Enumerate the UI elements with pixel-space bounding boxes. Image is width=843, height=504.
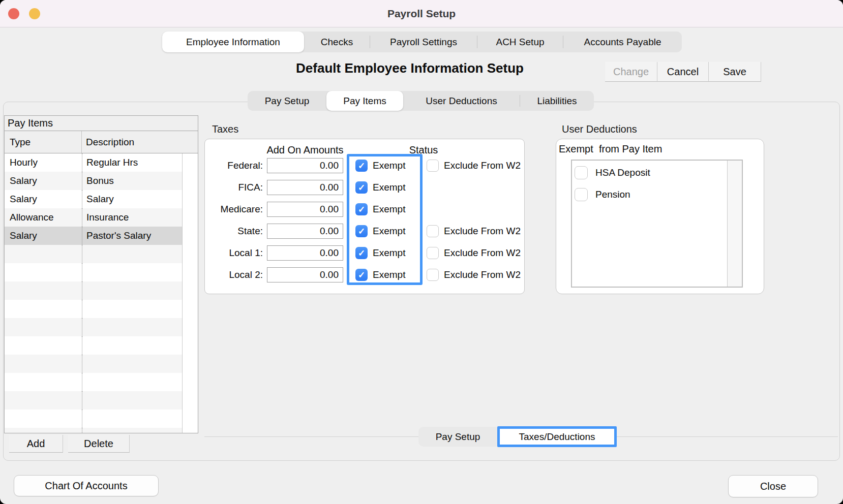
pay-items-header: Type Description xyxy=(5,131,198,153)
tab-pay-setup[interactable]: Pay Setup xyxy=(248,91,326,111)
local1-exempt-checkbox[interactable]: ✓ xyxy=(355,247,368,259)
exempt-label: Exempt xyxy=(373,158,405,174)
tab-payroll-settings[interactable]: Payroll Settings xyxy=(370,32,477,52)
column-header-description[interactable]: Description xyxy=(82,131,198,153)
local2-exclude-w2-checkbox[interactable] xyxy=(427,269,439,281)
exclude-w2-label: Exclude From W2 xyxy=(444,158,521,174)
exclude-w2-label: Exclude From W2 xyxy=(444,245,521,261)
local1-amount-input[interactable] xyxy=(267,245,343,261)
main-tab-bar: Employee Information Checks Payroll Sett… xyxy=(162,32,682,52)
exempt-from-pay-item-label: Exempt from Pay Item xyxy=(559,143,662,155)
tab-user-deductions[interactable]: User Deductions xyxy=(403,91,520,111)
table-row[interactable]: Salary Salary xyxy=(5,190,182,208)
cancel-button[interactable]: Cancel xyxy=(657,62,709,82)
fica-exempt-checkbox[interactable]: ✓ xyxy=(355,181,368,194)
add-button[interactable]: Add xyxy=(9,435,63,453)
tax-row-label: FICA: xyxy=(205,179,263,196)
checkmark-icon: ✓ xyxy=(358,182,365,193)
pay-items-buttons: Add Delete xyxy=(9,435,130,453)
local2-exempt-checkbox[interactable]: ✓ xyxy=(355,269,368,281)
table-row-empty xyxy=(5,355,182,373)
federal-amount-input[interactable] xyxy=(267,158,343,173)
close-button[interactable]: Close xyxy=(728,475,818,497)
cell-description: Bonus xyxy=(82,172,182,190)
cell-description: Regular Hrs xyxy=(82,153,182,172)
table-row-selected[interactable]: Salary Pastor's Salary xyxy=(5,227,182,245)
user-deductions-section-label: User Deductions xyxy=(562,123,637,135)
minimize-window-icon[interactable] xyxy=(29,8,40,19)
scrollbar-track[interactable] xyxy=(182,153,198,433)
state-exclude-w2-checkbox[interactable] xyxy=(427,225,439,237)
table-row-empty xyxy=(5,410,182,428)
deduction-item-label: HSA Deposit xyxy=(595,166,650,179)
save-button[interactable]: Save xyxy=(709,62,761,82)
pension-checkbox[interactable] xyxy=(575,188,588,201)
table-row-empty xyxy=(5,263,182,281)
state-exempt-checkbox[interactable]: ✓ xyxy=(355,225,368,237)
exempt-label: Exempt xyxy=(373,223,405,239)
medicare-exempt-checkbox[interactable]: ✓ xyxy=(355,203,368,215)
table-row-empty xyxy=(5,245,182,263)
hsa-deposit-checkbox[interactable] xyxy=(575,166,588,179)
tab-liabilities[interactable]: Liabilities xyxy=(520,91,594,111)
exempt-label: Exempt xyxy=(373,201,405,217)
cell-description: Insurance xyxy=(82,208,182,227)
exempt-label: Exempt xyxy=(373,267,405,283)
header-buttons: Change Cancel Save xyxy=(605,62,761,82)
local1-exclude-w2-checkbox[interactable] xyxy=(427,247,439,259)
checkmark-icon: ✓ xyxy=(358,248,365,259)
checkmark-icon: ✓ xyxy=(358,161,365,171)
page-title: Default Employee Information Setup xyxy=(206,60,613,76)
delete-button[interactable]: Delete xyxy=(68,435,130,453)
table-row-empty xyxy=(5,391,182,410)
scrollbar-track[interactable] xyxy=(727,161,742,287)
cell-description: Pastor's Salary xyxy=(82,227,182,245)
fica-amount-input[interactable] xyxy=(267,180,343,195)
tab-checks[interactable]: Checks xyxy=(304,32,370,52)
checkmark-icon: ✓ xyxy=(358,270,365,280)
title-bar: Payroll Setup xyxy=(0,0,843,27)
cell-type: Salary xyxy=(5,172,82,190)
table-row-empty xyxy=(5,373,182,391)
close-window-icon[interactable] xyxy=(8,8,19,19)
cell-type: Allowance xyxy=(5,208,82,227)
exclude-w2-label: Exclude From W2 xyxy=(444,223,521,239)
taxes-panel: Add On Amounts Status Federal: ✓ Exempt … xyxy=(204,139,525,294)
bottom-tab-taxes-deductions[interactable]: Taxes/Deductions xyxy=(497,426,617,447)
tax-row-label: Federal: xyxy=(205,158,263,174)
cell-type: Hourly xyxy=(5,153,82,172)
taxes-section-label: Taxes xyxy=(212,123,238,135)
add-on-amounts-header: Add On Amounts xyxy=(247,144,364,156)
change-button[interactable]: Change xyxy=(605,62,657,82)
local2-amount-input[interactable] xyxy=(267,267,343,282)
federal-exempt-checkbox[interactable]: ✓ xyxy=(355,160,368,172)
federal-exclude-w2-checkbox[interactable] xyxy=(427,160,439,172)
tab-pay-items[interactable]: Pay Items xyxy=(326,91,403,111)
table-row-empty xyxy=(5,281,182,300)
table-row-empty xyxy=(5,428,182,433)
deduction-item-label: Pension xyxy=(595,188,630,201)
table-row[interactable]: Allowance Insurance xyxy=(5,208,182,227)
table-row[interactable]: Salary Bonus xyxy=(5,172,182,190)
tax-row-label: Local 2: xyxy=(205,267,263,283)
medicare-amount-input[interactable] xyxy=(267,202,343,217)
exempt-label: Exempt xyxy=(373,179,405,196)
table-row[interactable]: Hourly Regular Hrs xyxy=(5,153,182,172)
table-row-empty xyxy=(5,336,182,355)
table-row-empty xyxy=(5,300,182,318)
bottom-tab-pay-setup[interactable]: Pay Setup xyxy=(418,427,497,447)
tax-row-label: State: xyxy=(205,223,263,239)
state-amount-input[interactable] xyxy=(267,224,343,239)
tax-row-label: Local 1: xyxy=(205,245,263,261)
exempt-label: Exempt xyxy=(373,245,405,261)
exclude-w2-label: Exclude From W2 xyxy=(444,267,521,283)
chart-of-accounts-button[interactable]: Chart Of Accounts xyxy=(14,475,159,496)
checkmark-icon: ✓ xyxy=(358,204,365,215)
traffic-lights xyxy=(8,8,40,19)
user-deductions-list: HSA Deposit Pension xyxy=(571,160,743,288)
tab-employee-information[interactable]: Employee Information xyxy=(162,32,304,52)
column-header-type[interactable]: Type xyxy=(5,131,82,153)
tab-accounts-payable[interactable]: Accounts Payable xyxy=(563,32,682,52)
tab-ach-setup[interactable]: ACH Setup xyxy=(477,32,563,52)
cell-description: Salary xyxy=(82,190,182,208)
